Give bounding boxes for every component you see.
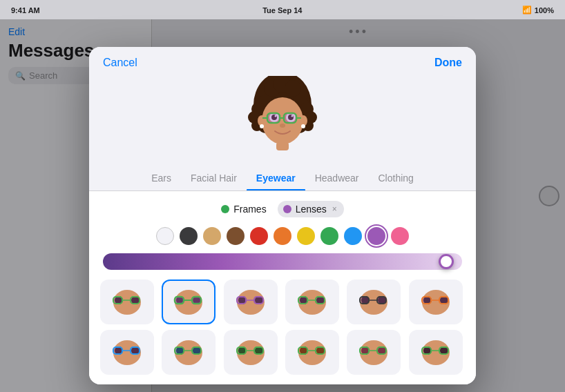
swatch-dark[interactable] bbox=[180, 227, 198, 245]
filter-pills: Frames Lenses × bbox=[100, 201, 465, 217]
memoji-editor-modal: Cancel Done bbox=[89, 47, 476, 384]
svg-rect-94 bbox=[175, 348, 183, 353]
modal-header: Cancel Done bbox=[89, 47, 476, 69]
done-button[interactable]: Done bbox=[434, 57, 462, 69]
battery-icon: 100% bbox=[535, 6, 554, 14]
eyewear-option-3[interactable] bbox=[224, 280, 278, 324]
eyewear-option-5[interactable] bbox=[347, 280, 401, 324]
svg-rect-118 bbox=[361, 348, 368, 353]
tab-headwear[interactable]: Headwear bbox=[305, 168, 369, 190]
modal-overlay: Cancel Done bbox=[0, 19, 565, 392]
swatch-yellow[interactable] bbox=[297, 227, 315, 245]
svg-point-16 bbox=[301, 124, 305, 128]
eyewear-option-2[interactable] bbox=[162, 280, 216, 324]
ipad-background: 9:41 AM Tue Sep 14 📶 100% Edit Messages … bbox=[0, 0, 565, 392]
svg-rect-127 bbox=[440, 348, 448, 353]
svg-rect-29 bbox=[285, 114, 296, 122]
eyewear-option-1[interactable] bbox=[100, 280, 154, 324]
status-time: 9:41 AM bbox=[11, 6, 40, 14]
eyewear-option-10[interactable] bbox=[285, 330, 339, 375]
svg-rect-62 bbox=[299, 297, 307, 303]
lenses-close-icon[interactable]: × bbox=[332, 204, 337, 214]
wifi-icon: 📶 bbox=[522, 6, 532, 14]
tab-facial-hair[interactable]: Facial Hair bbox=[181, 168, 247, 190]
category-tabs: Ears Facial Hair Eyewear Headwear Clothi… bbox=[89, 164, 476, 191]
svg-rect-38 bbox=[114, 297, 122, 303]
slider-thumb[interactable] bbox=[439, 254, 454, 269]
status-bar: 9:41 AM Tue Sep 14 📶 100% bbox=[0, 6, 565, 14]
eyewear-option-11[interactable] bbox=[347, 330, 401, 375]
eyewear-option-4[interactable] bbox=[285, 280, 339, 324]
opacity-slider[interactable] bbox=[103, 253, 462, 270]
svg-rect-87 bbox=[131, 348, 139, 353]
swatch-brown[interactable] bbox=[227, 227, 245, 245]
cancel-button[interactable]: Cancel bbox=[103, 57, 137, 69]
swatch-purple[interactable] bbox=[367, 227, 385, 245]
eyewear-option-6[interactable] bbox=[409, 280, 463, 324]
swatch-pink[interactable] bbox=[391, 227, 409, 245]
lenses-dot bbox=[283, 205, 291, 213]
svg-rect-119 bbox=[378, 348, 385, 353]
svg-rect-78 bbox=[423, 297, 430, 303]
memoji-avatar bbox=[245, 76, 320, 159]
eyewear-option-9[interactable] bbox=[224, 330, 278, 375]
svg-rect-111 bbox=[316, 348, 324, 353]
color-swatches bbox=[100, 227, 465, 245]
svg-rect-103 bbox=[255, 348, 262, 353]
tab-eyewear[interactable]: Eyewear bbox=[247, 168, 305, 190]
frames-dot bbox=[221, 205, 229, 213]
svg-rect-39 bbox=[131, 297, 139, 303]
eyewear-option-12[interactable] bbox=[409, 330, 463, 375]
frames-filter[interactable]: Frames bbox=[221, 204, 266, 215]
svg-point-11 bbox=[285, 80, 301, 97]
swatch-white[interactable] bbox=[156, 227, 174, 245]
tab-clothing[interactable]: Clothing bbox=[368, 168, 423, 190]
svg-rect-71 bbox=[378, 297, 385, 303]
svg-rect-47 bbox=[193, 297, 200, 303]
svg-rect-102 bbox=[238, 348, 245, 353]
swatch-blue[interactable] bbox=[344, 227, 362, 245]
svg-rect-54 bbox=[238, 297, 245, 303]
swatch-orange[interactable] bbox=[274, 227, 291, 245]
lenses-filter[interactable]: Lenses × bbox=[278, 201, 344, 217]
svg-point-30 bbox=[280, 124, 285, 128]
eyewear-options-grid bbox=[100, 280, 465, 375]
eyewear-option-8[interactable] bbox=[162, 330, 216, 375]
svg-rect-126 bbox=[423, 348, 430, 353]
frames-label: Frames bbox=[233, 204, 266, 215]
modal-content: Frames Lenses × bbox=[89, 191, 476, 384]
status-date: Tue Sep 14 bbox=[262, 6, 302, 14]
svg-point-15 bbox=[260, 124, 264, 128]
swatch-red[interactable] bbox=[250, 227, 268, 245]
svg-rect-79 bbox=[440, 297, 448, 303]
status-right-icons: 📶 100% bbox=[522, 6, 554, 14]
tab-ears[interactable]: Ears bbox=[142, 168, 181, 190]
svg-rect-110 bbox=[299, 348, 307, 353]
svg-rect-86 bbox=[114, 348, 122, 353]
avatar-preview-area bbox=[89, 69, 476, 164]
svg-rect-31 bbox=[276, 142, 289, 150]
eyewear-option-7[interactable] bbox=[100, 330, 154, 375]
svg-rect-46 bbox=[175, 297, 183, 303]
svg-rect-63 bbox=[316, 297, 324, 303]
svg-rect-28 bbox=[268, 114, 279, 122]
swatch-green[interactable] bbox=[320, 227, 338, 245]
svg-rect-95 bbox=[193, 348, 200, 353]
svg-rect-55 bbox=[255, 297, 262, 303]
opacity-slider-container bbox=[100, 253, 465, 270]
svg-rect-70 bbox=[361, 297, 368, 303]
lenses-label: Lenses bbox=[296, 204, 327, 215]
swatch-tan[interactable] bbox=[203, 227, 221, 245]
